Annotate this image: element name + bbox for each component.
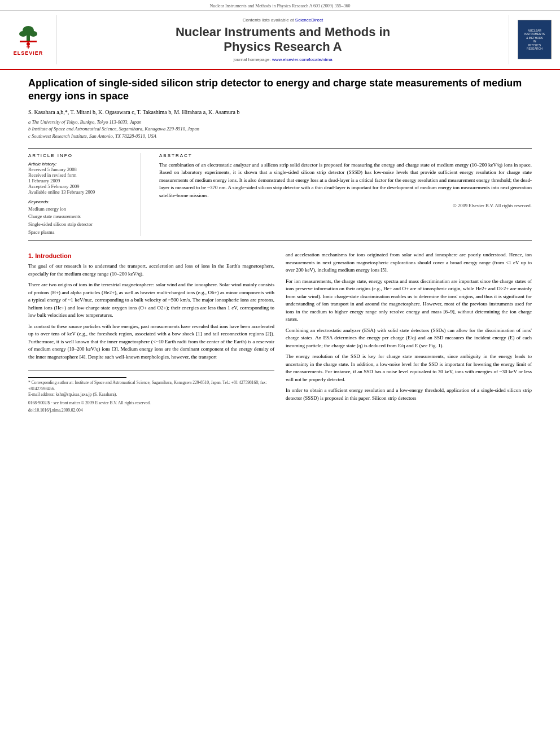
footnote-email: E-mail address: kshr@stp.isas.jaxa.jp (S… — [28, 392, 274, 398]
history-label: Article history: — [28, 161, 134, 167]
abstract-text: The combination of an electrostatic anal… — [159, 161, 532, 200]
elsevier-logo-section: ELSEVIER — [6, 15, 51, 64]
left-column: 1. Introduction The goal of our research… — [28, 251, 274, 413]
journal-title-line2: Physics Research A — [63, 40, 503, 54]
accepted-date: Accepted 5 February 2009 — [28, 184, 134, 189]
received-date: Received 5 January 2008 — [28, 167, 134, 172]
affiliation-c: c Southwest Research Institute, San Anto… — [28, 133, 532, 140]
authors-line: S. Kasahara a,b,*, T. Mitani b, K. Ogasa… — [28, 109, 532, 115]
article-info-column: Article info Article history: Received 5… — [28, 153, 141, 236]
right-column: and acceleration mechanisms for ions ori… — [286, 251, 532, 413]
keyword-2: Charge state measurements — [28, 213, 134, 221]
section1-label: Introduction — [35, 252, 71, 259]
right-para3: Combining an electrostatic analyzer (ESA… — [286, 327, 532, 350]
journal-header: ELSEVIER Contents lists available at Sci… — [0, 11, 560, 70]
elsevier-logo: ELSEVIER — [14, 24, 43, 56]
page: Nuclear Instruments and Methods in Physi… — [0, 0, 560, 747]
article-body: Application of single-sided silicon stri… — [0, 70, 560, 424]
article-title: Application of single-sided silicon stri… — [28, 77, 532, 103]
svg-point-3 — [19, 31, 27, 37]
revised-label: Received in revised form — [28, 172, 134, 178]
journal-homepage-line: journal homepage: www.elsevier.com/locat… — [63, 57, 503, 62]
article-info-heading: Article info — [28, 153, 134, 158]
elsevier-tree-icon — [14, 24, 42, 49]
journal-cover-section: NUCLEARINSTRUMENTS& METHODSINPHYSICSRESE… — [515, 15, 554, 64]
footnote-area: * Corresponding author at: Institute of … — [28, 370, 274, 413]
right-para1: and acceleration mechanisms for ions ori… — [286, 251, 532, 274]
keyword-3: Single-sided silicon strip detector — [28, 221, 134, 229]
abstract-heading: Abstract — [159, 153, 532, 158]
email-label: E-mail address: — [28, 392, 56, 397]
footnote-star: * Corresponding author at: Institute of … — [28, 380, 274, 392]
affiliation-b: b Institute of Space and Astronautical S… — [28, 125, 532, 133]
right-para2: For ion measurements, the charge state, … — [286, 278, 532, 324]
doi-line: doi:10.1016/j.nima.2009.02.004 — [28, 408, 274, 413]
right-para5: In order to obtain a sufficient energy r… — [286, 387, 532, 402]
elsevier-wordmark: ELSEVIER — [14, 50, 43, 56]
copyright-line: © 2009 Elsevier B.V. All rights reserved… — [159, 203, 532, 208]
cover-text: NUCLEARINSTRUMENTS& METHODSINPHYSICSRESE… — [524, 29, 545, 51]
homepage-label: journal homepage: — [233, 57, 270, 62]
affiliations-block: a The University of Tokyo, Bunkyo, Tokyo… — [28, 119, 532, 140]
abstract-column: Abstract The combination of an electrost… — [152, 153, 532, 236]
revised-date: 1 February 2009 — [28, 178, 134, 184]
svg-point-5 — [27, 42, 30, 46]
journal-title-section: Contents lists available at ScienceDirec… — [56, 15, 509, 64]
section1-number: 1. — [28, 252, 33, 259]
svg-point-4 — [29, 31, 37, 37]
email-link[interactable]: kshr@stp.isas.jaxa.jp — [56, 392, 92, 397]
homepage-url[interactable]: www.elsevier.com/locate/nima — [272, 57, 333, 62]
right-para4: The energy resolution of the SSD is key … — [286, 353, 532, 383]
sciencedirect-link[interactable]: ScienceDirect — [295, 18, 323, 23]
section1-para1: The goal of our research is to understan… — [28, 263, 274, 278]
main-columns: 1. Introduction The goal of our research… — [28, 251, 532, 413]
journal-title-line1: Nuclear Instruments and Methods in — [63, 25, 503, 40]
section1-title: 1. Introduction — [28, 252, 274, 259]
section1-para3: In contrast to these source particles wi… — [28, 323, 274, 361]
section1-para2: There are two origins of ions in the ter… — [28, 281, 274, 320]
contents-available-line: Contents lists available at ScienceDirec… — [63, 18, 503, 23]
email-author: (S. Kasahara). — [93, 392, 117, 397]
info-abstract-section: Article info Article history: Received 5… — [28, 148, 532, 241]
keywords-label: Keywords: — [28, 199, 134, 204]
svg-rect-0 — [20, 41, 37, 42]
keyword-1: Medium energy ion — [28, 206, 134, 213]
license-line: 0168-9002/$ - see front matter © 2009 El… — [28, 400, 274, 405]
affiliation-a: a The University of Tokyo, Bunkyo, Tokyo… — [28, 119, 532, 126]
journal-citation-bar: Nuclear Instruments and Methods in Physi… — [0, 0, 560, 11]
journal-citation-text: Nuclear Instruments and Methods in Physi… — [210, 3, 351, 8]
footnote-separator — [28, 377, 126, 378]
journal-cover-image: NUCLEARINSTRUMENTS& METHODSINPHYSICSRESE… — [518, 20, 552, 59]
keywords-section: Keywords: Medium energy ion Charge state… — [28, 199, 134, 236]
keyword-4: Space plasma — [28, 229, 134, 237]
contents-text: Contents lists available at — [243, 18, 294, 23]
available-date: Available online 13 February 2009 — [28, 189, 134, 195]
article-history-group: Article history: Received 5 January 2008… — [28, 161, 134, 195]
